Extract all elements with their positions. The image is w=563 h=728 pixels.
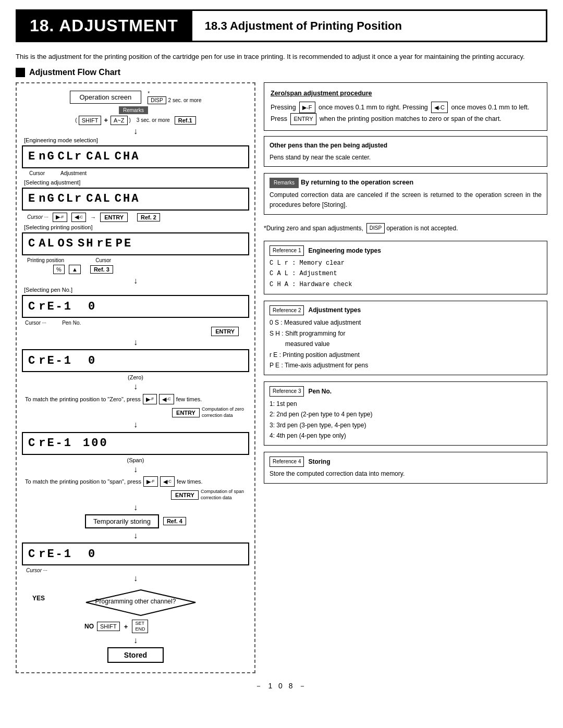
zero-span-text2: once moves 0.1 mm to right. Pressing [319, 104, 428, 111]
shift-btn[interactable]: SHIFT [79, 116, 102, 125]
lcd-display-6: C rE-1 100 [22, 432, 249, 455]
intro-text: This is the adjustment for the printing … [16, 52, 547, 63]
entry-key-zero-span[interactable]: ENTRY [290, 113, 316, 125]
ref3-items: 1: 1st pen 2: 2nd pen (2-pen type to 4 p… [270, 399, 542, 441]
arrow-10: ↓ [22, 635, 249, 645]
adjustment-label: Adjustment [60, 170, 87, 176]
entry-btn-2[interactable]: ENTRY [211, 327, 239, 336]
ref2-items: 0 S : Measured value adjustment S H : Sh… [270, 317, 542, 371]
arrow-4: ↓ [22, 381, 249, 391]
entry-btn-4[interactable]: ENTRY [171, 490, 199, 500]
c-btn-1[interactable]: ◀-C [71, 213, 86, 222]
ref1-items: C L r : Memory clear C A L : Adjustment … [270, 258, 542, 290]
set-end-btn[interactable]: SETEND [132, 620, 148, 633]
span-label: (Span) [22, 457, 249, 463]
match-span-row: To match the printing position to "span"… [25, 476, 246, 487]
operation-screen-box: Operation screen [70, 91, 142, 104]
plus-icon-2: + [124, 623, 128, 631]
lcd-display-2: E nG CLr CAL CHA [22, 188, 249, 211]
cursor-label-2: Cursor ··· [27, 214, 48, 220]
other-pens-title: Other pens than the pen being adjusted [270, 141, 542, 151]
lcd-display-4: C rE-1 0 [22, 295, 249, 318]
ref3-title: Pen No. [308, 387, 332, 397]
lcd-display-5: C rE-1 0 [22, 349, 249, 372]
selecting-print-label: [Selecting printing position] [24, 224, 249, 230]
c-btn-3[interactable]: ◀-C [160, 476, 175, 487]
ref2-title: Adjustment types [308, 305, 361, 315]
arrow-7: ↓ [22, 502, 249, 512]
ref1-badge: Reference 1 [270, 245, 304, 256]
c-key-zero-span[interactable]: ◀-C [431, 102, 448, 114]
zero-span-box: Zero/span adjustment procedure Pressing … [264, 82, 547, 131]
header-right: 18.3 Adjustment of Printing Position [191, 11, 414, 41]
cursor-label-3: Cursor [95, 257, 111, 263]
ref4-btn[interactable]: Ref. 4 [163, 517, 186, 525]
section-square-icon [16, 68, 25, 77]
ref3-box: Reference 3 Pen No. 1: 1st pen 2: 2nd pe… [264, 381, 547, 446]
entry-btn-1[interactable]: ENTRY [100, 213, 128, 222]
selecting-pen-label: [Selecting pen No.] [24, 287, 249, 293]
ref2-box: Reference 2 Adjustment types 0 S : Measu… [264, 301, 547, 375]
stored-box: Stored [107, 647, 164, 663]
right-panels: Zero/span adjustment procedure Pressing … [264, 82, 547, 673]
temp-storing-box: Temporarily storing [85, 514, 159, 528]
f-btn-3[interactable]: ▶-F [143, 476, 158, 487]
returning-text: Computed correction data are canceled if… [270, 190, 542, 210]
ref2-btn[interactable]: Ref. 2 [137, 213, 160, 221]
entry-btn-3[interactable]: ENTRY [172, 408, 200, 417]
ref1-box: Reference 1 Engineering mode types C L r… [264, 241, 547, 294]
lcd-display-7: C rE-1 0 [22, 542, 249, 565]
zero-span-text1: Pressing [271, 104, 296, 111]
f-btn-2[interactable]: ▶-F [143, 394, 157, 405]
print-pos-label: Printing position [27, 257, 64, 263]
arrow-6: ↓ [22, 464, 249, 474]
remarks-badge-1: Remarks [119, 106, 148, 114]
selecting-adj-label: [Selecting adjustment] [24, 179, 249, 186]
ref4-title: Storing [308, 457, 330, 467]
lcd-display-1: E nG CLr CAL CHA [22, 145, 249, 168]
f-btn-1[interactable]: ▶-F [53, 213, 67, 222]
other-pens-text: Pens stand by near the scale center. [270, 153, 542, 163]
percent-btn[interactable]: % [53, 265, 65, 274]
plus-icon: + [104, 116, 108, 124]
page-number: － 1 0 8 － [0, 682, 563, 691]
ref2-badge: Reference 2 [270, 305, 304, 316]
disp-button[interactable]: DISP [148, 96, 166, 104]
other-pens-box: Other pens than the pen being adjusted P… [264, 136, 547, 167]
lcd-display-3: C AL OS SH rE PE [22, 232, 249, 255]
ref4-box: Reference 4 Storing Store the computed c… [264, 452, 547, 484]
diamond-container: Programming other channel? [83, 588, 188, 614]
main-content: Operation screen * DISP 2 sec. or more R… [16, 82, 547, 673]
ref3-badge: Reference 3 [270, 386, 304, 397]
arrow-2: ↓ [22, 276, 249, 286]
header-left: 18. ADJUSTMENT [17, 11, 191, 41]
ref1-btn[interactable]: Ref.1 [175, 116, 196, 125]
arrow-1: ↓ [22, 126, 249, 136]
ref3-btn[interactable]: Ref. 3 [90, 265, 113, 274]
program-other-text: Programming other channel? [95, 598, 176, 605]
temp-storing-row: Temporarily storing Ref. 4 [22, 514, 249, 528]
disp-btn-during[interactable]: DISP [366, 223, 385, 233]
arrow-5: ↓ [22, 419, 249, 429]
zero-span-title: Zero/span adjustment procedure [271, 88, 541, 98]
cursor-label-4: Cursor ··· [25, 320, 46, 326]
up-btn[interactable]: ▲ [69, 265, 81, 274]
az-btn[interactable]: A~Z [111, 116, 127, 125]
pen-no-label: Pen No. [62, 320, 81, 326]
zero-label: (Zero) [22, 374, 249, 380]
ref1-title: Engineering mode types [308, 246, 381, 256]
ref4-badge: Reference 4 [270, 456, 304, 467]
eng-mode-label: [Engineering mode selection] [24, 137, 249, 143]
ref4-text: Store the computed correction data into … [270, 469, 542, 479]
f-key-zero-span[interactable]: ▶-F [299, 102, 315, 114]
comp-zero-label: Computation of zerocorrection data [202, 406, 244, 418]
arrow-8: ↓ [22, 530, 249, 540]
comp-span-label: Computation of spancorrection data [201, 489, 244, 501]
arrow-9: ↓ [22, 573, 249, 583]
c-btn-2[interactable]: ◀-C [159, 394, 174, 405]
match-zero-row: To match the printing position to "Zero"… [25, 394, 246, 405]
decision-diamond: Programming other channel? [83, 588, 188, 614]
returning-box: Remarks By returning to the operation sc… [264, 173, 547, 215]
shift-btn-2[interactable]: SHIFT [97, 622, 120, 631]
during-note: *During zero and span adjustments, DISP … [264, 223, 547, 233]
